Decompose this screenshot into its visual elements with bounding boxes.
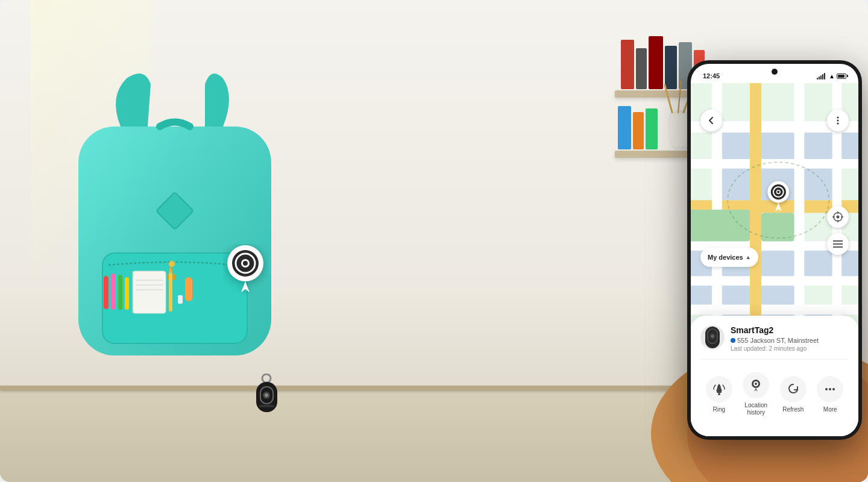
device-card-header: SmartTag2 555 Jackson ST, Mainstreet Las… bbox=[700, 325, 849, 352]
svg-rect-46 bbox=[750, 83, 761, 336]
svg-rect-19 bbox=[185, 277, 192, 301]
svg-rect-60 bbox=[761, 251, 794, 276]
svg-rect-62 bbox=[841, 251, 858, 276]
svg-point-75 bbox=[777, 191, 779, 193]
more-icon-wrap bbox=[817, 376, 843, 402]
svg-rect-11 bbox=[133, 271, 166, 313]
refresh-label: Refresh bbox=[782, 406, 804, 413]
smarttag-icon bbox=[704, 326, 721, 349]
svg-rect-53 bbox=[722, 169, 750, 201]
device-info: SmartTag2 555 Jackson ST, Mainstreet Las… bbox=[731, 325, 849, 352]
scene: 12:45 ▲ bbox=[0, 0, 868, 482]
book-red bbox=[621, 40, 634, 89]
svg-rect-30 bbox=[259, 405, 274, 407]
svg-point-76 bbox=[837, 117, 839, 119]
backpack-svg bbox=[48, 66, 313, 422]
camera-hole bbox=[772, 69, 778, 75]
phone-device: 12:45 ▲ bbox=[687, 60, 862, 440]
refresh-icon bbox=[787, 383, 800, 396]
ring-button[interactable]: Ring bbox=[706, 376, 732, 413]
battery-icon bbox=[837, 74, 846, 79]
map-area: My devices ▲ bbox=[691, 83, 858, 336]
bar4 bbox=[822, 74, 823, 80]
svg-point-78 bbox=[837, 123, 839, 125]
location-history-button[interactable]: Location history bbox=[743, 372, 769, 416]
my-devices-label: My devices bbox=[708, 254, 743, 261]
action-row: Ring L bbox=[700, 367, 849, 416]
more-label: More bbox=[823, 406, 837, 413]
location-dot-icon bbox=[731, 338, 735, 343]
svg-point-3 bbox=[169, 261, 175, 267]
svg-point-29 bbox=[265, 393, 268, 397]
svg-rect-55 bbox=[804, 169, 832, 201]
location-target-icon bbox=[832, 211, 843, 222]
ring-icon-wrap bbox=[706, 376, 732, 402]
svg-point-77 bbox=[837, 120, 839, 122]
svg-rect-49 bbox=[722, 133, 750, 159]
refresh-icon-wrap bbox=[780, 376, 807, 402]
svg-point-99 bbox=[832, 388, 835, 390]
location-history-icon-wrap bbox=[743, 372, 769, 398]
address-text: 555 Jackson ST, Mainstreet bbox=[737, 337, 819, 344]
svg-point-24 bbox=[243, 261, 248, 266]
svg-point-25 bbox=[262, 374, 271, 383]
ring-icon bbox=[712, 383, 726, 396]
svg-rect-16 bbox=[169, 272, 172, 311]
svg-point-97 bbox=[825, 388, 828, 390]
bar2 bbox=[819, 77, 820, 80]
bar1 bbox=[817, 78, 818, 80]
book-orange bbox=[633, 112, 644, 149]
bar5 bbox=[824, 73, 825, 80]
device-name: SmartTag2 bbox=[731, 325, 849, 335]
map-location-button[interactable] bbox=[827, 206, 849, 228]
svg-rect-18 bbox=[178, 295, 183, 304]
back-arrow-icon bbox=[707, 116, 715, 125]
svg-rect-65 bbox=[761, 286, 794, 305]
phone-screen: 12:45 ▲ bbox=[691, 64, 858, 436]
more-button[interactable]: More bbox=[817, 376, 843, 413]
book-dark bbox=[636, 48, 647, 89]
backpack-container bbox=[48, 66, 313, 422]
svg-rect-50 bbox=[761, 133, 794, 159]
svg-rect-92 bbox=[717, 391, 722, 393]
device-updated: Last updated: 2 minutes ago bbox=[731, 345, 849, 352]
svg-point-91 bbox=[711, 335, 714, 338]
svg-rect-61 bbox=[804, 251, 832, 276]
svg-point-80 bbox=[837, 216, 840, 219]
card-divider bbox=[700, 359, 849, 360]
svg-point-96 bbox=[755, 383, 757, 385]
location-history-label: Location history bbox=[743, 402, 769, 416]
wifi-icon: ▲ bbox=[829, 73, 835, 80]
svg-rect-64 bbox=[722, 286, 750, 305]
battery-fill bbox=[838, 75, 844, 78]
my-devices-button[interactable]: My devices ▲ bbox=[700, 248, 758, 267]
svg-rect-10 bbox=[125, 277, 129, 310]
list-icon bbox=[833, 240, 843, 248]
map-list-button[interactable] bbox=[827, 233, 849, 255]
map-more-button[interactable] bbox=[827, 110, 849, 131]
signal-bars bbox=[817, 72, 825, 80]
book-darkred bbox=[649, 36, 663, 89]
svg-rect-7 bbox=[104, 276, 108, 309]
svg-rect-52 bbox=[841, 133, 858, 159]
map-back-button[interactable] bbox=[700, 110, 722, 131]
more-dots-icon bbox=[833, 116, 843, 125]
svg-rect-63 bbox=[691, 286, 712, 305]
refresh-button[interactable]: Refresh bbox=[780, 376, 807, 413]
chevron-up-icon: ▲ bbox=[746, 254, 751, 260]
smarttag-device bbox=[253, 374, 280, 418]
book-green bbox=[646, 108, 658, 149]
smarttag-pin-bag bbox=[223, 244, 268, 301]
status-time: 12:45 bbox=[703, 72, 720, 80]
svg-rect-51 bbox=[804, 133, 832, 159]
bar3 bbox=[820, 75, 822, 80]
svg-rect-8 bbox=[111, 274, 116, 310]
device-address: 555 Jackson ST, Mainstreet bbox=[731, 337, 849, 344]
ring-label: Ring bbox=[712, 406, 725, 413]
location-history-icon bbox=[749, 378, 763, 392]
book-blue bbox=[618, 106, 631, 149]
more-icon bbox=[823, 383, 837, 396]
status-icons: ▲ bbox=[817, 72, 846, 80]
phone-wrapper: 12:45 ▲ bbox=[675, 60, 868, 470]
device-icon bbox=[700, 325, 725, 349]
